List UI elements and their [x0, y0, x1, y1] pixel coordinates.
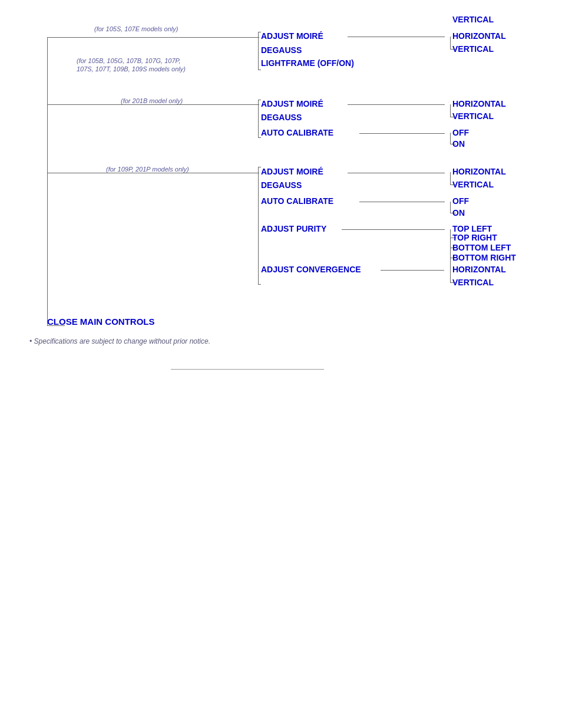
- s3-degauss: DEGAUSS: [261, 180, 302, 190]
- s1-degauss: DEGAUSS: [261, 45, 302, 55]
- s3-adjust-purity: ADJUST PURITY: [261, 224, 326, 233]
- vline-s1-right: [450, 37, 451, 50]
- vline-s3-moire: [450, 172, 451, 185]
- note-105b-1: (for 105B, 105G, 107B, 107G, 107P,: [77, 57, 181, 64]
- s3-adjust-moire: ADJUST MOIRÉ: [261, 167, 323, 176]
- s3-bottom-left: BOTTOM LEFT: [452, 243, 511, 252]
- s1-horizontal: HORIZONTAL: [452, 31, 506, 41]
- hline-s2-moire: [348, 104, 445, 105]
- note-105b-2: 107S, 107T, 109B, 109S models only): [77, 65, 186, 73]
- menu-diagram: VERTICAL (for 105S, 107E models only) AD…: [29, 15, 560, 315]
- vline-s2-left: [258, 100, 259, 138]
- note-109p: (for 109P, 201P models only): [106, 166, 189, 173]
- footnote-text: • Specifications are subject to change w…: [29, 337, 210, 345]
- top-vertical-label: VERTICAL: [452, 15, 494, 24]
- hline-s3-top: [258, 167, 261, 167]
- page-container: VERTICAL (for 105S, 107E models only) AD…: [0, 0, 562, 381]
- vline-s3-purity: [450, 229, 451, 272]
- vline-s2-right: [450, 104, 451, 117]
- hline-s3-bot: [258, 284, 261, 285]
- s1-vertical: VERTICAL: [452, 44, 494, 54]
- s3-on: ON: [452, 208, 465, 218]
- vline-s3-conv: [450, 270, 451, 283]
- s2-degauss: DEGAUSS: [261, 113, 302, 122]
- hline-main-s2: [47, 104, 88, 105]
- hline-main-s1: [47, 37, 88, 38]
- s3-conv-vertical: VERTICAL: [452, 278, 494, 287]
- hline-s2: [88, 104, 259, 105]
- divider-line: [171, 369, 324, 370]
- hline-s1-top: [258, 32, 261, 32]
- vline-s3-left: [258, 167, 259, 285]
- s3-off: OFF: [452, 196, 469, 206]
- hline-s1-bot: [258, 70, 261, 70]
- s3-top-left: TOP LEFT: [452, 224, 492, 233]
- s1-lightframe: LIGHTFRAME (OFF/ON): [261, 58, 354, 68]
- hline-main-close: [47, 325, 65, 326]
- s2-on: ON: [452, 139, 465, 149]
- s2-auto-calibrate: AUTO CALIBRATE: [261, 128, 333, 137]
- vline-s1-left: [258, 32, 259, 70]
- hline-s3: [88, 173, 259, 173]
- s3-horizontal: HORIZONTAL: [452, 167, 506, 176]
- s3-vertical: VERTICAL: [452, 180, 494, 189]
- note-201b: (for 201B model only): [121, 97, 183, 104]
- hline-s2-top: [258, 100, 261, 100]
- s2-vertical: VERTICAL: [452, 111, 494, 121]
- s3-conv-horizontal: HORIZONTAL: [452, 265, 506, 274]
- note-105s: (for 105S, 107E models only): [94, 25, 178, 32]
- hline-s3-conv: [381, 270, 444, 271]
- s1-adjust-moire: ADJUST MOIRÉ: [261, 31, 323, 41]
- s3-top-right: TOP RIGHT: [452, 233, 497, 242]
- hline-s2-bot: [258, 137, 261, 138]
- hline-s3-moire: [348, 173, 445, 173]
- s2-adjust-moire: ADJUST MOIRÉ: [261, 99, 323, 108]
- s2-off: OFF: [452, 128, 469, 137]
- close-main-controls: CLOSE MAIN CONTROLS: [47, 317, 544, 327]
- hline-s3-purity: [342, 229, 445, 230]
- s3-bottom-right: BOTTOM RIGHT: [452, 253, 516, 262]
- vline-s3-offon: [450, 202, 451, 213]
- hline-s2-auto: [359, 133, 445, 134]
- hline-s1: [88, 37, 259, 38]
- hline-main-s3: [47, 173, 88, 173]
- s2-horizontal: HORIZONTAL: [452, 99, 506, 108]
- vline-main-left: [47, 37, 48, 326]
- s3-auto-calibrate: AUTO CALIBRATE: [261, 196, 333, 206]
- vline-s2-offon: [450, 133, 451, 144]
- hline-s3-auto: [359, 202, 445, 202]
- s3-adjust-convergence: ADJUST CONVERGENCE: [261, 265, 361, 274]
- hline-s1-moire: [348, 37, 445, 37]
- footnote: • Specifications are subject to change w…: [29, 337, 544, 345]
